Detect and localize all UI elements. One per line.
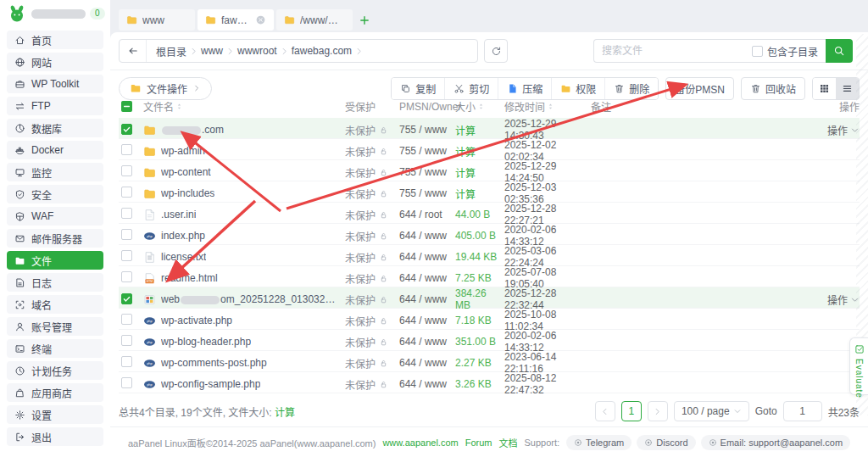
sidebar-item-domain[interactable]: 域名 [7, 295, 103, 314]
row-action-dropdown[interactable]: 操作 [815, 123, 860, 137]
sidebar-item-website[interactable]: 网站 [7, 53, 103, 71]
row-checkbox[interactable] [121, 144, 132, 155]
sidebar-item-monitor[interactable]: 监控 [7, 163, 103, 181]
per-page-select[interactable]: 100 / page [674, 401, 749, 421]
protected-status: 未保护 [345, 165, 376, 180]
row-checkbox[interactable] [121, 293, 132, 304]
sidebar-item-account[interactable]: 账号管理 [7, 317, 103, 336]
sidebar-item-cron[interactable]: 计划任务 [7, 361, 103, 380]
lock-open-icon [379, 359, 388, 368]
file-name[interactable]: .com [161, 124, 224, 136]
goto-page-input[interactable] [783, 401, 822, 421]
column-header-name[interactable]: 文件名 [143, 99, 345, 114]
breadcrumb-segment[interactable]: www [199, 45, 225, 57]
support-pill[interactable]: Email: support@aapanel.com [701, 435, 850, 450]
row-action-dropdown[interactable]: 操作 [815, 293, 860, 307]
file-name[interactable]: index.php [161, 230, 205, 242]
row-checkbox[interactable] [121, 250, 132, 261]
next-page-button[interactable] [648, 401, 668, 421]
current-page-button[interactable]: 1 [621, 401, 642, 421]
sidebar-item-ftp[interactable]: FTP [7, 97, 103, 115]
plus-icon [359, 14, 370, 26]
sidebar-item-logs[interactable]: 日志 [7, 273, 103, 292]
breadcrumb-segment[interactable]: fawebag.com [290, 45, 353, 57]
support-pill[interactable]: Telegram [566, 435, 632, 450]
row-checkbox[interactable] [121, 377, 132, 388]
file-name[interactable]: wp-blog-header.php [161, 336, 251, 348]
notification-badge[interactable]: 0 [90, 8, 105, 20]
row-checkbox[interactable] [121, 124, 132, 135]
row-checkbox[interactable] [121, 187, 132, 198]
sidebar-item-settings[interactable]: 设置 [7, 405, 103, 424]
sort-icon [175, 102, 183, 111]
modified-time: 2025-12-03 02:35:36 [504, 181, 591, 205]
evaluate-button[interactable]: Evaluate [849, 337, 868, 395]
search-button[interactable] [826, 39, 853, 63]
back-button[interactable] [120, 40, 147, 62]
toolkit-icon [14, 79, 25, 90]
sidebar-item-logout[interactable]: 退出 [7, 427, 103, 446]
file-name[interactable]: license.txt [161, 251, 206, 263]
sidebar-item-app-store[interactable]: 应用商店 [7, 383, 103, 402]
breadcrumb-segment[interactable]: 根目录 [154, 44, 188, 59]
refresh-button[interactable] [484, 39, 508, 63]
sidebar-item-security[interactable]: 安全 [7, 185, 103, 203]
row-checkbox[interactable] [121, 356, 132, 367]
column-header-mtime[interactable]: 修改时间 [504, 99, 591, 114]
protected-status: 未保护 [345, 335, 376, 349]
file-name[interactable]: .user.ini [161, 209, 196, 220]
file-name[interactable]: readme.html [161, 272, 218, 284]
new-tab-button[interactable] [355, 9, 374, 31]
row-checkbox[interactable] [121, 271, 132, 282]
file-name[interactable]: wp-includes [161, 187, 214, 199]
row-checkbox[interactable] [121, 165, 132, 176]
prev-page-button[interactable] [595, 401, 615, 421]
include-subdir-checkbox[interactable] [752, 46, 763, 57]
calculate-size-link[interactable]: 计算 [455, 147, 476, 159]
file-name[interactable]: webom_20251228_013032_37HJnv... [161, 293, 340, 305]
sidebar-item-database[interactable]: 数据库 [7, 119, 103, 137]
column-header-size[interactable]: 大小 [455, 99, 504, 114]
file-name[interactable]: wp-content [161, 166, 211, 178]
file-name[interactable]: wp-activate.php [161, 315, 232, 326]
sidebar-item-label: 域名 [31, 298, 52, 312]
lock-open-icon [379, 168, 388, 177]
file-size: 2.27 KB [455, 357, 492, 369]
protected-status: 未保护 [345, 250, 376, 265]
sidebar-item-home[interactable]: 首页 [7, 31, 103, 49]
calculate-size-link[interactable]: 计算 [455, 189, 476, 201]
sidebar-item-files[interactable]: 文件 [7, 251, 103, 270]
row-checkbox[interactable] [121, 335, 132, 346]
row-checkbox[interactable] [121, 229, 132, 240]
column-header-owner[interactable]: PMSN/Owner [399, 101, 455, 113]
close-icon[interactable] [255, 14, 266, 25]
include-subdir-option[interactable]: 包含子目录 [752, 44, 818, 59]
file-name[interactable]: wp-comments-post.php [161, 357, 267, 369]
row-checkbox[interactable] [121, 208, 132, 219]
row-checkbox[interactable] [121, 314, 132, 325]
support-pill[interactable]: Discord [637, 435, 695, 450]
sidebar-item-terminal[interactable]: 终端 [7, 339, 103, 358]
tab-2[interactable]: fawebag.com [198, 9, 274, 31]
sidebar-item-mail-server[interactable]: 邮件服务器 [7, 229, 103, 248]
tab-3[interactable]: /www/www... [276, 9, 353, 31]
docs-link[interactable]: 文档 [498, 436, 517, 449]
file-name[interactable]: wp-config-sample.php [161, 378, 260, 390]
search-input[interactable] [602, 45, 747, 57]
calculate-size-link[interactable]: 计算 [455, 125, 476, 137]
tab-1[interactable]: www [119, 9, 195, 31]
pmsn-owner: 644 / www [399, 378, 455, 390]
sidebar-item-docker[interactable]: Docker [7, 141, 103, 159]
aapanel-site-link[interactable]: www.aapanel.com [382, 437, 458, 448]
sidebar-item-waf[interactable]: WAF [7, 207, 103, 226]
select-all-checkbox[interactable] [121, 101, 132, 112]
lock-open-icon [379, 380, 388, 389]
calculate-link[interactable]: 计算 [275, 407, 295, 419]
sidebar-item-wp-toolkit[interactable]: WP Toolkit [7, 75, 103, 93]
evaluate-label: Evaluate [854, 359, 864, 398]
calculate-size-link[interactable]: 计算 [455, 168, 476, 180]
forum-link[interactable]: Forum [465, 437, 492, 448]
file-name[interactable]: wp-admin [161, 145, 205, 157]
breadcrumb-segment[interactable]: wwwroot [236, 45, 279, 57]
clock-icon [14, 365, 25, 376]
